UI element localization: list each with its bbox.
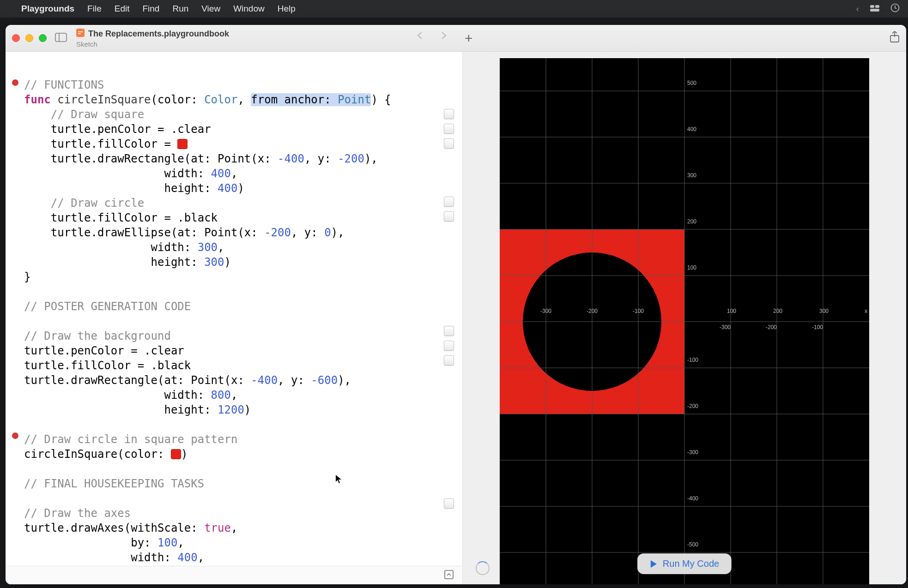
- type: Point: [338, 93, 371, 106]
- color-swatch-red[interactable]: [171, 449, 181, 459]
- nav-forward-button[interactable]: [441, 30, 447, 46]
- t: ,: [231, 389, 237, 402]
- num: 800: [211, 389, 231, 402]
- title-block: The Replacements.playgroundbook Sketch: [76, 29, 229, 48]
- num: 400: [218, 182, 237, 195]
- axis-label: 200: [773, 308, 782, 314]
- type: Color: [204, 93, 237, 106]
- sidebar-toggle-icon[interactable]: [55, 33, 67, 44]
- axis-label: 400: [687, 126, 696, 132]
- code-editor[interactable]: // FUNCTIONS func circleInSquare(color: …: [6, 52, 463, 584]
- num: -600: [311, 374, 338, 387]
- console-toggle-icon[interactable]: [444, 570, 454, 582]
- svg-rect-10: [445, 570, 453, 579]
- comment: // POSTER GENERATION CODE: [24, 300, 191, 313]
- add-page-button[interactable]: +: [465, 30, 473, 46]
- comment: // Draw the axes: [24, 507, 131, 520]
- share-icon[interactable]: [890, 31, 900, 46]
- t: }: [24, 270, 30, 283]
- svg-rect-6: [76, 29, 85, 37]
- window-controls: [12, 34, 47, 42]
- mouse-cursor: [335, 474, 342, 484]
- menu-edit[interactable]: Edit: [115, 4, 130, 14]
- axis-label: -300: [687, 449, 698, 456]
- control-center-icon[interactable]: [870, 4, 879, 14]
- play-icon: [650, 560, 657, 568]
- run-code-button[interactable]: Run My Code: [637, 553, 732, 574]
- menu-file[interactable]: File: [87, 4, 102, 14]
- code-line: turtle.drawRectangle(at: Point(x:: [51, 152, 278, 165]
- toolbar: The Replacements.playgroundbook Sketch +: [6, 25, 906, 52]
- svg-rect-0: [870, 5, 874, 8]
- t: ): [224, 256, 231, 269]
- t: ): [237, 182, 244, 195]
- activity-spinner: [476, 561, 490, 575]
- code-line: turtle.penColor = .clear: [24, 344, 184, 357]
- num: 1200: [218, 403, 244, 416]
- axis-label-x: x: [865, 308, 867, 314]
- t: height:: [24, 256, 204, 269]
- axis-label: -300: [540, 308, 551, 314]
- subtitle-label: Sketch: [76, 40, 229, 48]
- clock-icon[interactable]: [890, 3, 900, 15]
- nav-back-button[interactable]: [417, 30, 423, 46]
- svg-rect-4: [55, 33, 67, 42]
- t: by:: [24, 536, 157, 549]
- menu-view[interactable]: View: [201, 4, 220, 14]
- comment: // FUNCTIONS: [24, 78, 104, 91]
- num: 400: [211, 167, 231, 180]
- result-glyph[interactable]: [444, 341, 454, 351]
- result-glyph[interactable]: [444, 138, 454, 149]
- t: ),: [331, 226, 345, 239]
- chevron-left-icon[interactable]: ‹: [856, 4, 859, 14]
- code-line: turtle.fillColor = .black: [24, 359, 191, 372]
- menu-help[interactable]: Help: [278, 4, 296, 14]
- run-code-label: Run My Code: [663, 558, 719, 569]
- num: -200: [338, 152, 364, 165]
- axis-label: 500: [687, 80, 696, 86]
- axis-label: 300: [687, 172, 696, 179]
- menubar: Playgrounds File Edit Find Run View Wind…: [0, 0, 908, 18]
- comment: // FINAL HOUSEKEEPING TASKS: [24, 477, 204, 490]
- minimize-window-button[interactable]: [25, 34, 33, 42]
- result-glyph[interactable]: [444, 498, 454, 509]
- t: ,: [198, 551, 204, 564]
- result-glyph[interactable]: [444, 211, 454, 222]
- t: ): [181, 448, 188, 461]
- code-line: circleInSquare(color:: [24, 448, 171, 461]
- num: -200: [264, 226, 291, 239]
- result-glyph[interactable]: [444, 355, 454, 366]
- result-glyph[interactable]: [444, 109, 454, 119]
- playground-file-icon: [76, 29, 85, 39]
- result-glyph[interactable]: [444, 326, 454, 336]
- menu-window[interactable]: Window: [233, 4, 265, 14]
- axis-label: 100: [727, 308, 736, 314]
- menu-find[interactable]: Find: [142, 4, 159, 14]
- num: 300: [198, 241, 218, 254]
- breakpoint-marker[interactable]: [12, 432, 18, 439]
- comment: // Draw square: [51, 108, 144, 121]
- close-window-button[interactable]: [12, 34, 20, 42]
- t: width:: [24, 167, 211, 180]
- num: 0: [324, 226, 331, 239]
- code-line: turtle.drawEllipse(at: Point(x:: [51, 226, 264, 239]
- comment: // Draw circle in square pattern: [24, 433, 237, 446]
- breakpoint-marker[interactable]: [12, 79, 18, 86]
- comment: // Draw circle: [51, 197, 144, 210]
- code-line: turtle.penColor = .clear: [51, 123, 211, 136]
- axis-label: 300: [819, 308, 829, 314]
- result-glyph[interactable]: [444, 197, 454, 207]
- t: , y:: [278, 374, 311, 387]
- axis-label: -400: [687, 495, 698, 502]
- t: , y:: [304, 152, 338, 165]
- result-glyph[interactable]: [444, 124, 454, 134]
- t: ),: [338, 374, 351, 387]
- live-preview: 500 400 300 200 100 -100 -200 -300 -400 …: [463, 52, 906, 584]
- axis-label: 200: [687, 218, 696, 225]
- zoom-window-button[interactable]: [39, 34, 47, 42]
- app-name[interactable]: Playgrounds: [21, 4, 74, 14]
- code-line: turtle.drawRectangle(at: Point(x:: [24, 374, 251, 387]
- menu-run[interactable]: Run: [172, 4, 188, 14]
- t: , y:: [291, 226, 324, 239]
- color-swatch-red[interactable]: [177, 139, 188, 149]
